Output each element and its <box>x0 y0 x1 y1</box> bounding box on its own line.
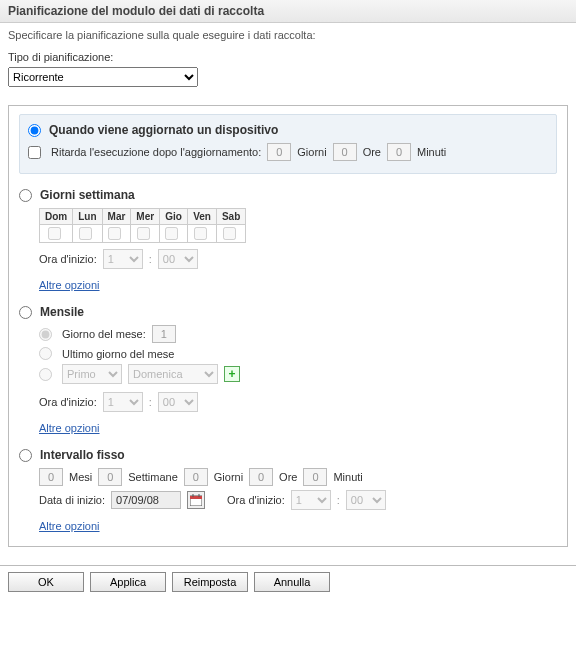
delay-hours-label: Ore <box>363 146 381 158</box>
dialog-subtitle: Specificare la pianificazione sulla qual… <box>0 23 576 51</box>
schedule-type-select[interactable]: Ricorrente <box>8 67 198 87</box>
monthly-start-label: Ora d'inizio: <box>39 396 97 408</box>
day-check-gio[interactable] <box>165 227 178 240</box>
monthly-dom-radio[interactable] <box>39 328 52 341</box>
opt-fixed-title: Intervallo fisso <box>40 448 125 462</box>
monthly-ord-select[interactable]: Primo <box>62 364 122 384</box>
monthly-dom-label: Giorno del mese: <box>62 328 146 340</box>
day-check-sab[interactable] <box>223 227 236 240</box>
fixed-more-link[interactable]: Altre opzioni <box>39 520 100 532</box>
fixed-min-select[interactable]: 00 <box>346 490 386 510</box>
opt-fixed-radio[interactable] <box>19 449 32 462</box>
day-check-dom[interactable] <box>48 227 61 240</box>
fixed-weeks-input[interactable] <box>98 468 122 486</box>
opt-monthly-block: Mensile Giorno del mese: Ultimo giorno d… <box>19 305 557 434</box>
opt-weekly-block: Giorni settimana Dom Lun Mar Mer Gio Ven… <box>19 188 557 291</box>
weekly-min-select[interactable]: 00 <box>158 249 198 269</box>
opt-refresh-title: Quando viene aggiornato un dispositivo <box>49 123 278 137</box>
day-header: Gio <box>160 209 188 225</box>
day-header: Mer <box>131 209 160 225</box>
fixed-start-date-label: Data di inizio: <box>39 494 105 506</box>
fixed-months-label: Mesi <box>69 471 92 483</box>
opt-refresh-block: Quando viene aggiornato un dispositivo R… <box>19 114 557 174</box>
fixed-minutes-input[interactable] <box>303 468 327 486</box>
reset-button[interactable]: Reimposta <box>172 572 248 592</box>
ok-button[interactable]: OK <box>8 572 84 592</box>
colon: : <box>149 396 152 408</box>
delay-label: Ritarda l'esecuzione dopo l'aggiornament… <box>51 146 261 158</box>
cancel-button[interactable]: Annulla <box>254 572 330 592</box>
opt-monthly-radio[interactable] <box>19 306 32 319</box>
button-bar: OK Applica Reimposta Annulla <box>0 565 576 598</box>
monthly-dom-input[interactable] <box>152 325 176 343</box>
opt-weekly-radio[interactable] <box>19 189 32 202</box>
delay-checkbox[interactable] <box>28 146 41 159</box>
monthly-hour-select[interactable]: 1 <box>103 392 143 412</box>
monthly-last-radio[interactable] <box>39 347 52 360</box>
delay-hours-input[interactable] <box>333 143 357 161</box>
apply-button[interactable]: Applica <box>90 572 166 592</box>
delay-minutes-label: Minuti <box>417 146 446 158</box>
day-check-ven[interactable] <box>194 227 207 240</box>
monthly-ord-radio[interactable] <box>39 368 52 381</box>
day-header: Sab <box>216 209 245 225</box>
fixed-minutes-label: Minuti <box>333 471 362 483</box>
day-header: Dom <box>40 209 73 225</box>
fixed-start-time-label: Ora d'inizio: <box>227 494 285 506</box>
fixed-months-input[interactable] <box>39 468 63 486</box>
monthly-dow-select[interactable]: Domenica <box>128 364 218 384</box>
fixed-start-date-input[interactable] <box>111 491 181 509</box>
monthly-more-link[interactable]: Altre opzioni <box>39 422 100 434</box>
fixed-days-label: Giorni <box>214 471 243 483</box>
monthly-last-label: Ultimo giorno del mese <box>62 348 175 360</box>
colon: : <box>149 253 152 265</box>
schedule-type-label: Tipo di pianificazione: <box>8 51 568 63</box>
fixed-hours-input[interactable] <box>249 468 273 486</box>
monthly-min-select[interactable]: 00 <box>158 392 198 412</box>
weekly-start-label: Ora d'inizio: <box>39 253 97 265</box>
colon: : <box>337 494 340 506</box>
add-icon[interactable]: + <box>224 366 240 382</box>
weekly-hour-select[interactable]: 1 <box>103 249 143 269</box>
opt-monthly-title: Mensile <box>40 305 84 319</box>
opt-fixed-block: Intervallo fisso Mesi Settimane Giorni O… <box>19 448 557 532</box>
fixed-days-input[interactable] <box>184 468 208 486</box>
options-panel: Quando viene aggiornato un dispositivo R… <box>8 105 568 547</box>
day-header: Lun <box>73 209 102 225</box>
day-check-mar[interactable] <box>108 227 121 240</box>
fixed-hours-label: Ore <box>279 471 297 483</box>
delay-minutes-input[interactable] <box>387 143 411 161</box>
fixed-weeks-label: Settimane <box>128 471 178 483</box>
day-check-lun[interactable] <box>79 227 92 240</box>
calendar-icon[interactable] <box>187 491 205 509</box>
day-check-mer[interactable] <box>137 227 150 240</box>
dialog-title: Pianificazione del modulo dei dati di ra… <box>0 0 576 23</box>
svg-rect-1 <box>190 496 202 499</box>
delay-days-input[interactable] <box>267 143 291 161</box>
opt-refresh-radio[interactable] <box>28 124 41 137</box>
day-header: Ven <box>188 209 217 225</box>
delay-days-label: Giorni <box>297 146 326 158</box>
fixed-hour-select[interactable]: 1 <box>291 490 331 510</box>
day-header: Mar <box>102 209 131 225</box>
weekday-table: Dom Lun Mar Mer Gio Ven Sab <box>39 208 246 243</box>
opt-weekly-title: Giorni settimana <box>40 188 135 202</box>
weekly-more-link[interactable]: Altre opzioni <box>39 279 100 291</box>
